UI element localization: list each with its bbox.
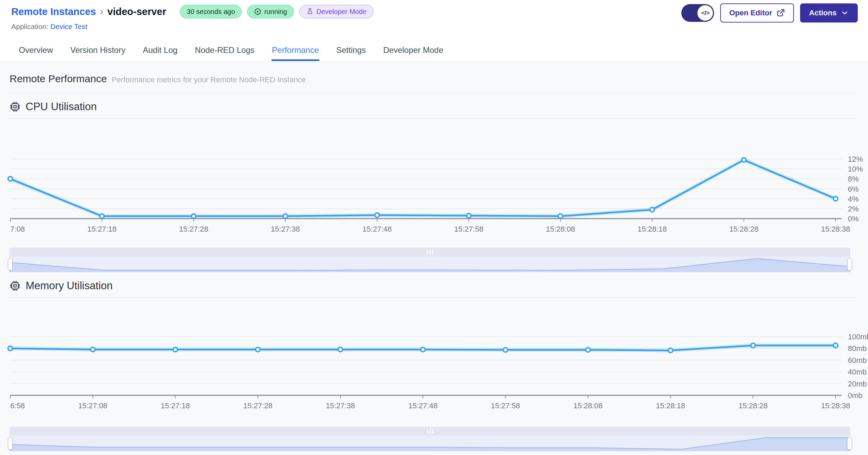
svg-text:10%: 10% (848, 165, 863, 173)
svg-text:15:28:28: 15:28:28 (729, 225, 759, 233)
svg-text:15:28:18: 15:28:18 (638, 225, 667, 233)
memory-section-label: Memory Utilisation (26, 280, 113, 292)
brush-right-handle[interactable] (847, 258, 852, 271)
actions-button[interactable]: Actions (800, 3, 858, 23)
cpu-section-label: CPU Utilisation (26, 101, 97, 113)
running-label: running (264, 8, 287, 16)
svg-text:12%: 12% (848, 155, 863, 163)
last-seen-badge: 30 seconds ago (180, 5, 242, 18)
cpu-section-title: CPU Utilisation (10, 101, 858, 113)
tab-overview[interactable]: Overview (18, 45, 54, 61)
page-title: Remote Performance (10, 73, 107, 85)
external-link-icon (776, 9, 785, 17)
svg-text:15:27:18: 15:27:18 (161, 401, 190, 410)
last-seen-label: 30 seconds ago (187, 8, 235, 16)
divider (10, 297, 857, 298)
svg-text:15:27:18: 15:27:18 (87, 225, 117, 233)
svg-text:6:58: 6:58 (10, 401, 25, 410)
running-status-badge: running (247, 5, 294, 18)
developer-mode-label: Developer Mode (316, 8, 367, 16)
instance-tabs: Overview Version History Audit Log Node-… (0, 40, 868, 61)
svg-text:15:28:38: 15:28:38 (821, 225, 850, 233)
application-label: Application: (11, 23, 48, 30)
svg-text:6%: 6% (848, 185, 859, 193)
tab-version-history[interactable]: Version History (70, 45, 126, 61)
play-circle-icon (254, 8, 261, 15)
brush-drag-strip[interactable] (10, 427, 850, 436)
page-subtitle: Performance metrics for your Remote Node… (112, 75, 306, 84)
svg-text:15:27:38: 15:27:38 (271, 225, 300, 233)
cpu-chip-icon (10, 280, 20, 291)
chevron-down-icon (841, 9, 849, 17)
memory-chart-brush[interactable] (10, 427, 850, 451)
svg-text:15:28:38: 15:28:38 (821, 401, 850, 410)
application-line: Application:Device Test (11, 23, 858, 31)
svg-text:4%: 4% (848, 195, 859, 203)
page-header: Remote Instances › video-server 30 secon… (0, 0, 868, 40)
code-icon: </> (701, 9, 709, 17)
cpu-utilisation-chart: 0%2%4%6%8%10%12%7:0815:27:1815:27:2815:2… (10, 121, 858, 234)
svg-text:15:27:08: 15:27:08 (78, 401, 108, 410)
svg-text:15:27:48: 15:27:48 (362, 225, 392, 233)
svg-text:2%: 2% (848, 205, 859, 213)
svg-text:60mb: 60mb (848, 356, 867, 365)
brush-right-handle[interactable] (847, 437, 852, 450)
open-editor-label: Open Editor (729, 9, 772, 17)
cpu-chart-brush[interactable] (10, 248, 850, 272)
tab-developer-mode[interactable]: Developer Mode (383, 45, 444, 61)
svg-text:7:08: 7:08 (10, 225, 25, 233)
breadcrumb: Remote Instances › video-server (11, 6, 166, 17)
svg-text:15:27:28: 15:27:28 (179, 225, 209, 233)
svg-text:15:27:28: 15:27:28 (243, 401, 273, 410)
cpu-chip-icon (10, 101, 20, 112)
svg-text:15:27:58: 15:27:58 (491, 401, 520, 410)
status-badges: 30 seconds ago running Developer Mode (180, 5, 373, 18)
svg-text:15:28:28: 15:28:28 (738, 401, 768, 410)
beaker-icon (306, 8, 314, 15)
brush-drag-strip[interactable] (10, 248, 850, 256)
developer-mode-toggle[interactable]: </> (681, 4, 714, 22)
svg-text:15:27:58: 15:27:58 (454, 225, 484, 233)
memory-utilisation-chart: 0mb20mb40mb60mb80mb100mb6:5815:27:0815:2… (10, 300, 858, 413)
performance-panel: Remote Performance Performance metrics f… (0, 61, 868, 451)
svg-text:0mb: 0mb (848, 391, 863, 400)
svg-text:100mb: 100mb (848, 333, 868, 341)
svg-text:40mb: 40mb (848, 368, 867, 376)
open-editor-button[interactable]: Open Editor (720, 3, 794, 23)
actions-label: Actions (809, 9, 837, 17)
svg-text:15:27:48: 15:27:48 (408, 401, 438, 410)
tab-node-red-logs[interactable]: Node-RED Logs (194, 45, 255, 61)
svg-text:15:27:38: 15:27:38 (326, 401, 355, 410)
developer-mode-badge: Developer Mode (299, 5, 373, 18)
svg-text:15:28:18: 15:28:18 (656, 401, 685, 410)
divider (10, 93, 857, 93)
tab-audit-log[interactable]: Audit Log (142, 45, 178, 61)
chevron-right-icon: › (100, 6, 103, 17)
svg-text:80mb: 80mb (848, 344, 867, 353)
grip-icon (427, 250, 433, 254)
brush-left-handle[interactable] (8, 437, 13, 450)
tab-settings[interactable]: Settings (336, 45, 367, 61)
breadcrumb-remote-instances-link[interactable]: Remote Instances (11, 6, 96, 17)
grip-icon (427, 429, 433, 434)
tab-performance[interactable]: Performance (271, 45, 319, 61)
application-link[interactable]: Device Test (51, 23, 87, 30)
brush-left-handle[interactable] (8, 258, 13, 271)
svg-text:0%: 0% (848, 215, 859, 223)
divider (10, 118, 857, 119)
svg-text:15:28:08: 15:28:08 (546, 225, 575, 233)
svg-text:15:28:08: 15:28:08 (573, 401, 603, 410)
instance-name: video-server (108, 6, 167, 17)
svg-text:20mb: 20mb (848, 380, 867, 388)
memory-section-title: Memory Utilisation (10, 280, 858, 292)
svg-text:8%: 8% (848, 175, 859, 183)
brush-minimap[interactable] (10, 256, 850, 272)
toggle-knob: </> (697, 5, 713, 21)
brush-minimap[interactable] (10, 436, 850, 451)
